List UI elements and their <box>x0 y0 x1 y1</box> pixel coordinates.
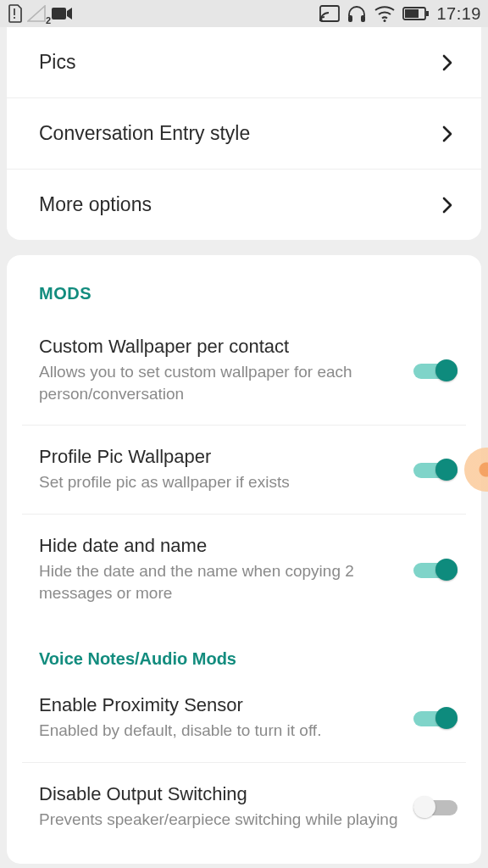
svg-rect-10 <box>426 11 429 16</box>
row-subtitle: Set profile pic as wallpaper if exists <box>39 471 403 493</box>
clock: 17:19 <box>436 4 481 24</box>
svg-rect-9 <box>405 9 419 18</box>
sim-alert-icon <box>7 4 22 23</box>
svg-rect-2 <box>52 8 66 19</box>
chevron-right-icon <box>437 195 458 215</box>
video-icon <box>51 6 73 21</box>
section-header-mods: MODS <box>7 255 481 315</box>
row-custom-wallpaper[interactable]: Custom Wallpaper per contact Allows you … <box>7 315 481 425</box>
row-pics[interactable]: Pics <box>7 27 481 97</box>
svg-point-7 <box>384 19 386 22</box>
svg-rect-6 <box>361 15 365 22</box>
svg-rect-5 <box>348 15 352 22</box>
svg-point-4 <box>320 19 323 21</box>
row-more-options[interactable]: More options <box>7 169 481 240</box>
card-top: Pics Conversation Entry style More optio… <box>7 27 481 240</box>
row-output-switching[interactable]: Disable Output Switching Prevents speake… <box>7 763 481 865</box>
sim-index: 2 <box>46 15 51 25</box>
battery-icon <box>402 6 430 21</box>
row-title: Hide date and name <box>39 535 403 557</box>
row-entry-style[interactable]: Conversation Entry style <box>7 97 481 169</box>
row-title: Enable Proximity Sensor <box>39 694 403 716</box>
toggle-proximity[interactable] <box>413 705 458 731</box>
row-subtitle: Allows you to set custom wallpaper for e… <box>39 361 403 404</box>
svg-rect-0 <box>14 8 15 15</box>
headphones-icon <box>347 4 367 23</box>
row-subtitle: Enabled by default, disable to turn it o… <box>39 720 403 742</box>
row-title: More options <box>39 193 427 216</box>
toggle-output-switching[interactable] <box>413 794 458 820</box>
svg-rect-1 <box>14 17 15 19</box>
row-profile-pic-wallpaper[interactable]: Profile Pic Wallpaper Set profile pic as… <box>7 426 481 514</box>
card-mods: MODS Custom Wallpaper per contact Allows… <box>7 255 481 864</box>
status-bar: 2 17:19 <box>0 0 488 27</box>
wifi-icon <box>374 5 396 22</box>
row-hide-date-name[interactable]: Hide date and name Hide the date and the… <box>7 515 481 624</box>
toggle-hide-date[interactable] <box>413 557 458 582</box>
chevron-right-icon <box>437 124 458 144</box>
row-subtitle: Hide the date and the name when copying … <box>39 560 403 604</box>
toggle-profile-pic[interactable] <box>413 457 458 482</box>
toggle-custom-wallpaper[interactable] <box>413 358 458 383</box>
row-subtitle: Prevents speaker/earpiece switching whil… <box>39 809 403 831</box>
row-title: Conversation Entry style <box>39 122 427 145</box>
row-title: Disable Output Switching <box>39 783 403 805</box>
row-title: Custom Wallpaper per contact <box>39 336 403 358</box>
row-proximity-sensor[interactable]: Enable Proximity Sensor Enabled by defau… <box>7 674 481 762</box>
row-title: Pics <box>39 51 427 74</box>
cast-icon <box>319 5 340 22</box>
row-title: Profile Pic Wallpaper <box>39 446 403 468</box>
signal-icon: 2 <box>27 5 46 22</box>
section-header-voice: Voice Notes/Audio Mods <box>7 624 481 674</box>
chevron-right-icon <box>437 53 458 73</box>
svg-rect-3 <box>320 6 339 21</box>
